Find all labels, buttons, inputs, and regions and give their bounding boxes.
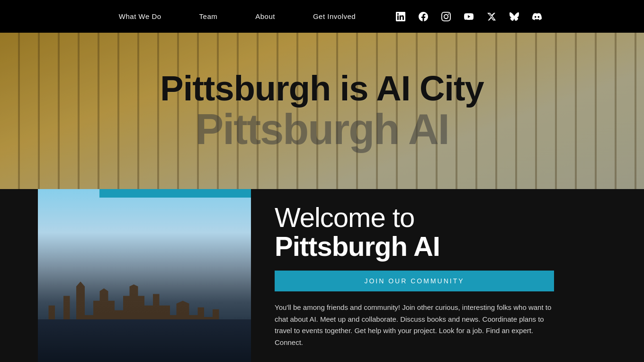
city-skyline-image bbox=[38, 189, 251, 362]
facebook-icon[interactable] bbox=[416, 9, 430, 24]
social-links bbox=[394, 9, 544, 24]
bluesky-icon[interactable] bbox=[507, 9, 521, 24]
welcome-panel: Welcome to Pittsburgh AI Join our Commun… bbox=[251, 189, 606, 362]
nav-team[interactable]: Team bbox=[180, 0, 237, 33]
twitter-icon[interactable] bbox=[484, 9, 499, 24]
hero-subtitle: Pittsburgh AI bbox=[195, 108, 449, 151]
youtube-icon[interactable] bbox=[462, 9, 476, 24]
hero-title: Pittsburgh is AI City bbox=[160, 71, 483, 106]
discord-icon[interactable] bbox=[530, 9, 544, 24]
nav-what-we-do[interactable]: What We Do bbox=[100, 0, 180, 33]
navbar: What We Do Team About Get Involved bbox=[0, 0, 644, 33]
welcome-line1: Welcome to bbox=[275, 202, 414, 233]
join-community-button[interactable]: Join our Community bbox=[275, 271, 554, 291]
hero-section: Pittsburgh is AI City Pittsburgh AI bbox=[0, 33, 644, 189]
instagram-icon[interactable] bbox=[439, 9, 453, 24]
nav-about[interactable]: About bbox=[236, 0, 294, 33]
welcome-description: You'll be among friends and community! J… bbox=[275, 302, 554, 349]
linkedin-icon[interactable] bbox=[394, 9, 408, 24]
welcome-line2: Pittsburgh AI bbox=[275, 231, 440, 262]
content-section: Welcome to Pittsburgh AI Join our Commun… bbox=[0, 189, 644, 362]
welcome-title: Welcome to Pittsburgh AI bbox=[275, 203, 587, 261]
blue-accent-bar bbox=[99, 189, 251, 198]
hero-content: Pittsburgh is AI City Pittsburgh AI bbox=[0, 33, 644, 189]
nav-get-involved[interactable]: Get Involved bbox=[294, 0, 375, 33]
nav-links: What We Do Team About Get Involved bbox=[100, 0, 375, 33]
